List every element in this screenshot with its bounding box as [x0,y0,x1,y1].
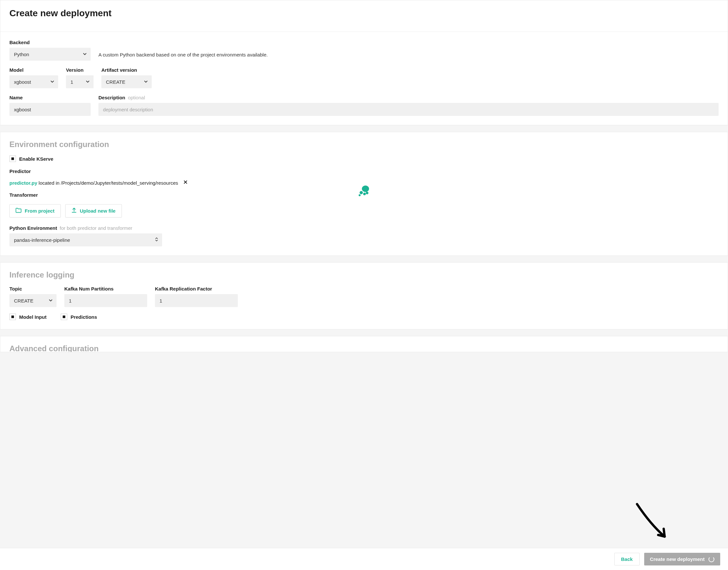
backend-label: Backend [9,40,90,45]
topic-label: Topic [9,286,56,291]
from-project-button[interactable]: From project [9,204,61,218]
model-input-label: Model Input [19,314,46,320]
sort-icon [155,237,158,243]
predictor-path: located in /Projects/demo/Jupyter/tests/… [39,180,178,186]
topic-value: CREATE [14,298,33,303]
python-env-select[interactable]: pandas-inference-pipeline [9,233,162,246]
version-label: Version [66,67,94,73]
inference-title: Inference logging [9,270,719,279]
environment-config-section: Environment configuration Enable KServe … [0,132,728,256]
remove-predictor-icon[interactable] [183,180,188,186]
logging-checkbox-row: Model Input Predictions [9,314,719,320]
svg-point-3 [366,192,368,195]
transformer-buttons: From project Upload new file [9,204,719,218]
predictor-label: Predictor [9,169,719,174]
inference-row: Topic CREATE Kafka Num Partitions Kafka … [9,286,719,307]
page-title: Create new deployment [9,8,719,24]
artifact-label: Artifact version [102,67,152,73]
optional-hint: optional [128,95,145,100]
python-env-label: Python Environment for both predictor an… [9,225,719,231]
name-label: Name [9,95,90,100]
model-select[interactable]: xgboost [9,75,58,88]
env-config-title: Environment configuration [9,140,719,149]
model-input-row: Model Input [9,314,46,320]
model-value: xgboost [14,79,31,85]
predictions-label: Predictions [70,314,97,320]
advanced-title: Advanced configuration [9,344,719,352]
hopsworks-logo-icon [357,184,371,199]
version-value: 1 [70,79,73,85]
checkbox-indeterminate-icon [63,315,65,318]
upload-label: Upload new file [80,208,116,214]
chevron-down-icon [49,298,53,303]
name-description-row: Name Description optional [9,95,719,116]
enable-kserve-row: Enable KServe [9,156,53,162]
chevron-down-icon [50,79,54,85]
python-env-value: pandas-inference-pipeline [14,237,70,243]
advanced-config-section: Advanced configuration [0,336,728,352]
from-project-label: From project [25,208,54,214]
python-env-hint: for both predictor and transformer [60,225,132,231]
svg-point-0 [362,186,369,192]
backend-row: Backend Python A custom Python backend b… [9,40,719,61]
upload-icon [71,208,77,214]
partitions-input[interactable] [64,294,147,307]
upload-file-button[interactable]: Upload new file [65,204,122,218]
predictions-checkbox[interactable] [61,314,67,320]
svg-point-4 [359,195,361,196]
backend-select[interactable]: Python [9,48,90,61]
description-label: Description optional [99,95,719,100]
replication-input[interactable] [155,294,238,307]
checkbox-indeterminate-icon [11,315,14,318]
svg-point-2 [363,193,366,196]
version-select[interactable]: 1 [66,75,94,88]
deployment-basics-section: Create new deployment Backend Python A c… [0,0,728,125]
topic-select[interactable]: CREATE [9,294,56,307]
chevron-down-icon [86,79,89,85]
artifact-value: CREATE [106,79,125,85]
name-input[interactable] [9,103,90,116]
model-input-checkbox[interactable] [9,314,16,320]
artifact-select[interactable]: CREATE [102,75,152,88]
chevron-down-icon [144,79,148,85]
description-input[interactable] [99,103,719,116]
folder-icon [16,208,21,214]
predictions-row: Predictions [61,314,97,320]
replication-label: Kafka Replication Factor [155,286,238,291]
model-label: Model [9,67,58,73]
model-row: Model xgboost Version 1 Artifa [9,67,719,88]
partitions-label: Kafka Num Partitions [64,286,147,291]
inference-logging-section: Inference logging Topic CREATE Kafka Num… [0,262,728,329]
svg-point-1 [360,191,363,195]
enable-kserve-checkbox[interactable] [9,156,16,162]
predictor-filename[interactable]: predictor.py [9,180,37,186]
divider [0,31,728,32]
backend-value: Python [14,52,29,57]
chevron-down-icon [83,52,87,57]
backend-helper: A custom Python backend based on one of … [99,52,268,61]
checkbox-indeterminate-icon [11,158,14,160]
enable-kserve-label: Enable KServe [19,156,53,162]
